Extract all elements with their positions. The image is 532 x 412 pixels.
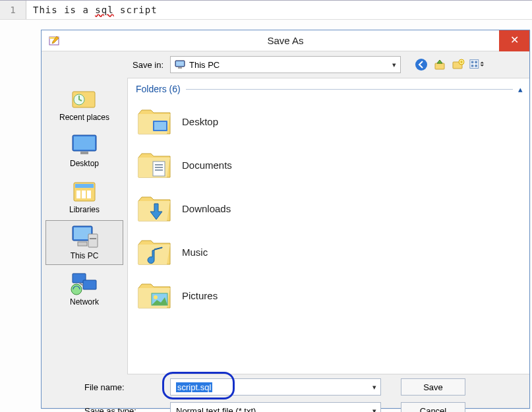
- place-label: Network: [47, 297, 121, 307]
- save-in-combo[interactable]: This PC ▾: [170, 56, 401, 73]
- folder-label: Documents: [182, 160, 232, 171]
- titlebar: Save As ✕: [42, 30, 529, 51]
- folder-downloads-icon: [136, 192, 173, 225]
- line-number: 1: [0, 1, 26, 19]
- svg-rect-21: [76, 191, 80, 198]
- svg-rect-18: [80, 152, 88, 154]
- svg-rect-33: [154, 122, 166, 130]
- svg-rect-34: [153, 162, 165, 176]
- section-count: 6: [172, 84, 177, 94]
- folder-label: Desktop: [182, 116, 218, 127]
- desktop-icon: [69, 131, 100, 158]
- computer-icon: [175, 60, 185, 69]
- section-divider: [186, 89, 513, 90]
- place-label: This PC: [47, 251, 121, 260]
- folder-downloads[interactable]: Downloads: [136, 187, 523, 230]
- chevron-down-icon[interactable]: ▾: [372, 407, 376, 412]
- place-network[interactable]: Network: [45, 266, 123, 311]
- folder-label: Downloads: [182, 203, 231, 214]
- svg-rect-12: [471, 65, 474, 67]
- editor-line: 1 This is a sql script: [0, 0, 532, 20]
- folder-desktop-icon: [136, 105, 173, 138]
- saveastype-value: Normal text file (*.txt): [176, 406, 256, 413]
- save-in-value: This PC: [189, 60, 220, 70]
- svg-point-39: [154, 295, 158, 299]
- save-in-row: Save in: This PC ▾: [42, 51, 529, 78]
- svg-rect-36: [155, 167, 163, 168]
- place-libraries[interactable]: Libraries: [45, 174, 123, 219]
- folder-documents[interactable]: Documents: [136, 143, 523, 187]
- place-label: Libraries: [47, 205, 121, 214]
- thispc-icon: [69, 223, 100, 250]
- svg-rect-22: [82, 191, 86, 198]
- place-thispc[interactable]: This PC: [45, 220, 123, 265]
- up-folder-icon[interactable]: [432, 57, 447, 72]
- folder-music[interactable]: Music: [136, 230, 523, 274]
- network-icon: [69, 270, 100, 296]
- save-in-label: Save in:: [42, 60, 170, 70]
- bottom-rows: File name: script.sql ▾ Save Save as typ…: [42, 374, 529, 412]
- saveastype-row: Save as type: Normal text file (*.txt) ▾…: [42, 402, 523, 412]
- place-label: Recent places: [47, 113, 121, 122]
- chevron-down-icon[interactable]: ▾: [372, 383, 376, 392]
- folder-music-icon: [136, 235, 173, 268]
- place-label: Desktop: [47, 159, 121, 168]
- svg-rect-35: [155, 164, 163, 165]
- saveastype-combo[interactable]: Normal text file (*.txt) ▾: [170, 402, 381, 412]
- svg-rect-4: [178, 67, 182, 69]
- cancel-button[interactable]: Cancel: [401, 402, 465, 412]
- filename-label: File name:: [42, 382, 170, 392]
- back-icon[interactable]: [414, 57, 429, 72]
- filename-input[interactable]: script.sql ▾: [170, 378, 381, 396]
- code-text[interactable]: This is a sql script: [26, 5, 158, 15]
- section-title: Folders: [136, 84, 167, 94]
- folder-pictures-icon: [136, 279, 173, 312]
- toolbar-icons: [414, 57, 484, 72]
- new-folder-icon[interactable]: [451, 57, 465, 72]
- recent-places-icon: [69, 85, 100, 111]
- code-prefix: This is a: [33, 5, 95, 15]
- svg-rect-13: [475, 65, 477, 67]
- svg-rect-23: [87, 191, 91, 198]
- folders-section-header: Folders (6) ▴: [136, 84, 523, 94]
- places-pane: Recent places Desktop Libraries This PC: [42, 78, 127, 374]
- svg-rect-10: [471, 61, 474, 64]
- svg-rect-28: [78, 242, 87, 246]
- svg-rect-11: [475, 61, 477, 64]
- saveastype-label: Save as type:: [42, 406, 170, 413]
- svg-point-5: [415, 59, 427, 71]
- svg-rect-30: [83, 280, 96, 289]
- save-button[interactable]: Save: [401, 378, 465, 396]
- dialog-body: Recent places Desktop Libraries This PC: [42, 78, 529, 374]
- filename-row: File name: script.sql ▾ Save: [42, 378, 523, 396]
- code-sql-word: sql: [95, 5, 113, 15]
- svg-rect-26: [88, 234, 98, 247]
- folder-pictures[interactable]: Pictures: [136, 274, 523, 317]
- save-as-dialog: Save As ✕ Save in: This PC ▾: [41, 30, 530, 409]
- close-button[interactable]: ✕: [499, 30, 529, 51]
- folder-label: Pictures: [182, 290, 218, 301]
- dialog-title: Save As: [267, 35, 303, 46]
- files-pane: Folders (6) ▴ Desktop Documents: [127, 78, 529, 374]
- dialog-icon: [48, 35, 60, 47]
- filename-value: script.sql: [176, 382, 212, 392]
- code-suffix: script: [114, 5, 158, 15]
- svg-rect-20: [75, 184, 94, 188]
- svg-rect-27: [90, 238, 96, 239]
- svg-rect-17: [74, 136, 95, 150]
- place-recent[interactable]: Recent places: [45, 82, 123, 127]
- close-icon: ✕: [510, 34, 519, 45]
- libraries-icon: [69, 177, 100, 204]
- folder-documents-icon: [136, 148, 173, 181]
- views-icon[interactable]: [469, 57, 484, 72]
- chevron-down-icon[interactable]: ▾: [392, 61, 396, 69]
- folder-label: Music: [182, 247, 208, 258]
- place-desktop[interactable]: Desktop: [45, 128, 123, 173]
- svg-rect-3: [176, 61, 184, 66]
- folder-list: Desktop Documents Downloads: [136, 100, 523, 317]
- folder-desktop[interactable]: Desktop: [136, 100, 523, 143]
- svg-rect-37: [155, 169, 163, 171]
- collapse-icon[interactable]: ▴: [518, 84, 523, 94]
- svg-rect-6: [435, 63, 444, 69]
